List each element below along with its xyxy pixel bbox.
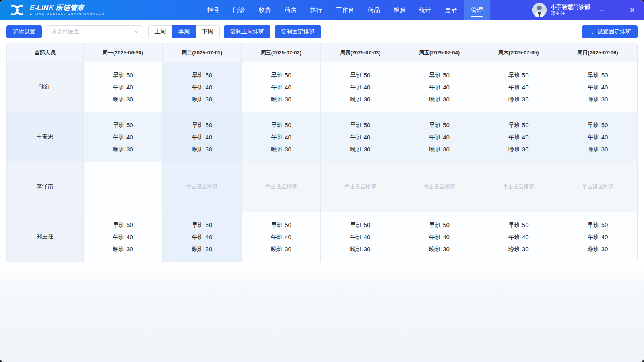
nav-item-7[interactable]: 检验 xyxy=(387,0,413,20)
shift-entry-0[interactable]: 早班 50 xyxy=(400,220,479,230)
schedule-cell[interactable]: 早班 50午班 40晚班 30 xyxy=(479,112,558,162)
schedule-cell[interactable]: 单击设置排班 xyxy=(479,162,558,212)
shift-entry-2[interactable]: 晚班 30 xyxy=(558,95,637,104)
schedule-cell[interactable]: 单击设置排班 xyxy=(163,162,242,212)
shift-entry-1[interactable]: 午班 40 xyxy=(242,232,321,242)
shift-entry-2[interactable]: 晚班 30 xyxy=(400,244,479,254)
schedule-cell[interactable]: 单击设置排班 xyxy=(242,162,321,212)
shift-entry-1[interactable]: 午班 40 xyxy=(558,83,637,92)
shift-entry-0[interactable]: 早班 50 xyxy=(558,120,637,130)
schedule-cell[interactable]: 早班 50午班 40晚班 30 xyxy=(242,212,321,262)
shift-entry-1[interactable]: 午班 40 xyxy=(321,232,400,242)
shift-entry-1[interactable]: 午班 40 xyxy=(163,83,242,92)
schedule-cell[interactable]: 早班 50午班 40晚班 30 xyxy=(163,62,242,112)
schedule-cell[interactable]: 单击设置排班 xyxy=(321,162,400,212)
shift-entry-1[interactable]: 午班 40 xyxy=(84,83,163,92)
maximize-button[interactable] xyxy=(611,4,623,16)
copy-fixed-button[interactable]: 复制固定排班 xyxy=(275,25,321,38)
week-tab-0[interactable]: 上周 xyxy=(148,25,172,38)
schedule-cell[interactable]: 早班 50午班 40晚班 30 xyxy=(242,62,321,112)
shift-entry-1[interactable]: 午班 40 xyxy=(242,83,321,92)
shift-entry-2[interactable]: 晚班 30 xyxy=(84,244,163,254)
shift-entry-2[interactable]: 晚班 30 xyxy=(163,145,242,154)
shift-entry-0[interactable]: 早班 50 xyxy=(163,70,242,80)
shift-entry-0[interactable]: 早班 50 xyxy=(242,120,321,130)
shift-entry-2[interactable]: 晚班 30 xyxy=(558,244,637,254)
schedule-cell[interactable]: 单击设置排班 xyxy=(400,162,479,212)
shift-entry-0[interactable]: 早班 50 xyxy=(242,70,321,80)
schedule-cell[interactable]: 单击设置排班 xyxy=(558,162,637,212)
nav-item-3[interactable]: 药房 xyxy=(278,0,303,20)
nav-item-5[interactable]: 工作台 xyxy=(329,0,361,20)
set-schedule-placeholder[interactable]: 单击设置排班 xyxy=(242,183,321,190)
set-schedule-placeholder[interactable]: 单击设置排班 xyxy=(163,183,242,190)
nav-item-2[interactable]: 收费 xyxy=(252,0,278,20)
shift-entry-1[interactable]: 午班 40 xyxy=(400,132,479,142)
shift-settings-button[interactable]: 班次设置 xyxy=(6,25,42,38)
nav-item-6[interactable]: 药品 xyxy=(361,0,387,20)
shift-entry-0[interactable]: 早班 50 xyxy=(163,220,242,230)
schedule-cell[interactable]: 早班 50午班 40晚班 30 xyxy=(83,212,163,262)
week-tab-1[interactable]: 本周 xyxy=(172,25,196,38)
shift-entry-2[interactable]: 晚班 30 xyxy=(163,95,242,104)
user-avatar[interactable] xyxy=(532,3,547,17)
shift-entry-0[interactable]: 早班 50 xyxy=(558,70,637,80)
shift-entry-0[interactable]: 早班 50 xyxy=(242,220,321,230)
schedule-cell[interactable]: 早班 50午班 40晚班 30 xyxy=(242,112,321,162)
shift-entry-2[interactable]: 晚班 30 xyxy=(479,244,558,254)
shift-entry-0[interactable]: 早班 50 xyxy=(400,70,479,80)
shift-entry-2[interactable]: 晚班 30 xyxy=(400,145,479,154)
shift-entry-1[interactable]: 午班 40 xyxy=(400,83,479,92)
shift-entry-2[interactable]: 晚班 30 xyxy=(558,145,637,154)
shift-entry-2[interactable]: 晚班 30 xyxy=(163,244,242,254)
schedule-cell[interactable]: 早班 50午班 40晚班 30 xyxy=(479,62,558,112)
schedule-cell[interactable]: 早班 50午班 40晚班 30 xyxy=(558,112,637,162)
shift-entry-0[interactable]: 早班 50 xyxy=(321,70,400,80)
shift-entry-1[interactable]: 午班 40 xyxy=(84,232,163,242)
shift-entry-2[interactable]: 晚班 30 xyxy=(479,145,558,154)
nav-item-8[interactable]: 统计 xyxy=(413,0,438,20)
nav-item-9[interactable]: 患者 xyxy=(438,0,464,20)
schedule-cell[interactable]: 早班 50午班 40晚班 30 xyxy=(321,112,400,162)
shift-entry-1[interactable]: 午班 40 xyxy=(558,232,637,242)
schedule-cell[interactable]: 早班 50午班 40晚班 30 xyxy=(400,112,479,162)
schedule-cell[interactable]: 早班 50午班 40晚班 30 xyxy=(163,112,242,162)
shift-entry-1[interactable]: 午班 40 xyxy=(479,232,558,242)
shift-entry-2[interactable]: 晚班 30 xyxy=(242,145,321,154)
nav-item-4[interactable]: 执行 xyxy=(303,0,329,20)
shift-entry-0[interactable]: 早班 50 xyxy=(479,70,558,80)
set-schedule-placeholder[interactable]: 单击设置排班 xyxy=(479,183,558,190)
shift-entry-2[interactable]: 晚班 30 xyxy=(242,95,321,104)
set-schedule-placeholder[interactable]: 单击设置排班 xyxy=(400,183,479,190)
schedule-cell[interactable]: 早班 50午班 40晚班 30 xyxy=(163,212,242,262)
user-area[interactable]: 小手智慧门诊部 郑主任 xyxy=(530,0,596,20)
schedule-cell[interactable]: 早班 50午班 40晚班 30 xyxy=(558,212,637,262)
shift-entry-1[interactable]: 午班 40 xyxy=(479,83,558,92)
shift-entry-1[interactable]: 午班 40 xyxy=(84,132,163,142)
shift-entry-0[interactable]: 早班 50 xyxy=(163,120,242,130)
set-fixed-schedule-button[interactable]: → 设置固定排班 xyxy=(582,25,638,38)
shift-entry-1[interactable]: 午班 40 xyxy=(163,232,242,242)
shift-entry-1[interactable]: 午班 40 xyxy=(242,132,321,142)
schedule-cell[interactable]: 早班 50午班 40晚班 30 xyxy=(479,212,558,262)
shift-entry-1[interactable]: 午班 40 xyxy=(321,83,400,92)
shift-entry-2[interactable]: 晚班 30 xyxy=(321,244,400,254)
schedule-cell[interactable]: 早班 50午班 40晚班 30 xyxy=(83,112,163,162)
shift-entry-0[interactable]: 早班 50 xyxy=(479,120,558,130)
close-button[interactable] xyxy=(626,4,638,16)
nav-item-1[interactable]: 门诊 xyxy=(226,0,252,20)
week-tab-2[interactable]: 下周 xyxy=(196,25,220,38)
shift-entry-2[interactable]: 晚班 30 xyxy=(400,95,479,104)
nav-item-10[interactable]: 管理 xyxy=(464,0,490,20)
shift-entry-1[interactable]: 午班 40 xyxy=(479,132,558,142)
schedule-cell[interactable]: 早班 50午班 40晚班 30 xyxy=(321,62,400,112)
shift-entry-1[interactable]: 午班 40 xyxy=(558,132,637,142)
shift-entry-2[interactable]: 晚班 30 xyxy=(242,244,321,254)
minimize-button[interactable] xyxy=(596,4,608,16)
shift-entry-2[interactable]: 晚班 30 xyxy=(84,95,163,104)
copy-last-week-button[interactable]: 复制上周排班 xyxy=(224,25,270,38)
shift-entry-1[interactable]: 午班 40 xyxy=(163,132,242,142)
shift-entry-0[interactable]: 早班 50 xyxy=(84,120,163,130)
nav-item-0[interactable]: 挂号 xyxy=(200,0,226,20)
schedule-cell[interactable]: 早班 50午班 40晚班 30 xyxy=(400,212,479,262)
